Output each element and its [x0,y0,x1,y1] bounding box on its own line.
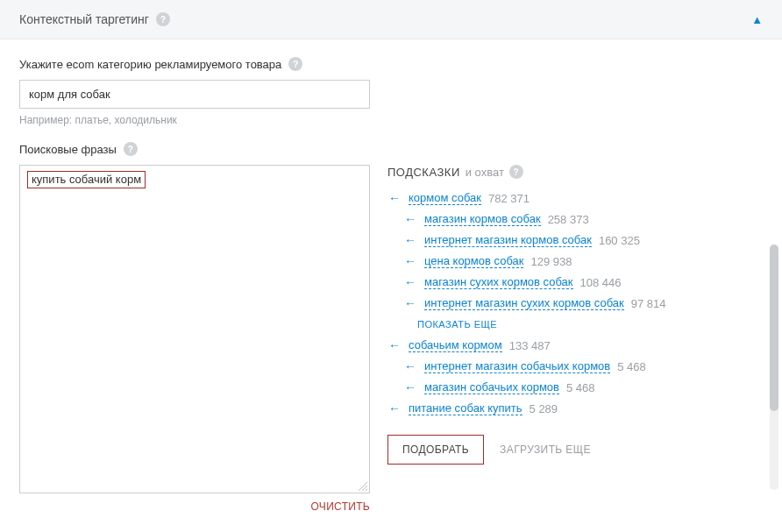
add-phrase-icon[interactable]: ← [403,275,417,289]
panel-header: Контекстный таргетинг ? ▲ [0,0,782,39]
hint-link[interactable]: кормом собак [409,191,481,205]
phrase-highlight: купить собачий корм [27,171,146,188]
hint-count: 5 468 [617,360,646,373]
hint-row: ← питание собак купить 5 289 [387,398,763,419]
add-phrase-icon[interactable]: ← [403,254,417,268]
hints-list: ← кормом собак 782 371 ← магазин кормов … [387,188,763,419]
category-hint: Например: платье, холодильник [19,114,763,126]
add-phrase-icon[interactable]: ← [403,212,417,226]
category-input[interactable] [19,80,370,109]
phrases-section: Поисковые фразы ? купить собачий корм ОЧ… [19,142,763,513]
content-area: Укажите ecom категорию рекламируемого то… [0,39,782,530]
hint-link[interactable]: магазин кормов собак [424,212,541,226]
add-phrase-icon[interactable]: ← [387,338,402,352]
hint-count: 5 468 [566,381,595,394]
hints-bottom-row: ПОДОБРАТЬ ЗАГРУЗИТЬ ЕЩЕ [387,435,763,465]
right-column: ПОДСКАЗКИ и охват ? ← кормом собак 782 3… [387,165,763,513]
hint-count: 258 373 [548,213,589,226]
two-column-layout: купить собачий корм ОЧИСТИТЬ ПОДСКАЗКИ и… [19,165,763,513]
add-phrase-icon[interactable]: ← [387,401,402,415]
hint-link[interactable]: интернет магазин сухих кормов собак [424,296,624,310]
add-phrase-icon[interactable]: ← [403,233,417,247]
load-more-button[interactable]: ЗАГРУЗИТЬ ЕЩЕ [500,443,591,456]
category-label-row: Укажите ecom категорию рекламируемого то… [19,57,763,71]
help-icon[interactable]: ? [124,142,138,156]
hint-row: ← кормом собак 782 371 [387,188,763,209]
help-icon[interactable]: ? [288,57,302,71]
hint-count: 129 938 [530,255,572,268]
hints-subtitle: и охват [466,166,504,179]
hint-link[interactable]: питание собак купить [409,401,523,415]
hint-link[interactable]: магазин собачьих кормов [424,380,559,394]
hint-row: ← интернет магазин сухих кормов собак 97… [387,293,763,314]
panel-title-row: Контекстный таргетинг ? [19,12,170,26]
clear-button[interactable]: ОЧИСТИТЬ [19,500,370,513]
hint-row: ← цена кормов собак 129 938 [387,251,763,272]
hint-row: ← магазин кормов собак 258 373 [387,209,763,230]
add-phrase-icon[interactable]: ← [387,191,402,205]
hint-count: 133 487 [509,339,551,352]
hint-count: 160 325 [599,234,640,247]
hint-count: 782 371 [488,192,530,205]
help-icon[interactable]: ? [509,165,523,179]
help-icon[interactable]: ? [156,12,170,26]
hint-row: ← магазин собачьих кормов 5 468 [387,377,763,398]
resize-handle-icon[interactable] [358,481,368,492]
collapse-icon[interactable]: ▲ [751,13,763,26]
add-phrase-icon[interactable]: ← [403,296,417,310]
hint-count: 5 289 [530,402,558,415]
hint-count: 108 446 [580,276,622,289]
phrases-label-row: Поисковые фразы ? [19,142,763,156]
phrases-label: Поисковые фразы [19,143,117,156]
hints-title-row: ПОДСКАЗКИ и охват ? [387,165,763,179]
hint-row: ← интернет магазин кормов собак 160 325 [387,230,763,251]
phrases-textarea-wrap: купить собачий корм [19,165,370,493]
hint-row: ← интернет магазин собачьих кормов 5 468 [387,356,763,377]
hint-link[interactable]: интернет магазин собачьих кормов [424,359,610,373]
show-more-link[interactable]: ПОКАЗАТЬ ЕЩЕ [387,314,763,335]
category-label: Укажите ecom категорию рекламируемого то… [19,58,281,71]
hint-link[interactable]: интернет магазин кормов собак [424,233,592,247]
hint-link[interactable]: цена кормов собак [424,254,523,268]
hints-title: ПОДСКАЗКИ [387,166,460,179]
hint-link[interactable]: магазин сухих кормов собак [424,275,573,289]
hint-link[interactable]: собачьим кормом [409,338,502,352]
panel-title: Контекстный таргетинг [19,12,149,26]
scrollbar-track[interactable] [770,245,778,490]
hint-row: ← собачьим кормом 133 487 [387,335,763,356]
pick-button[interactable]: ПОДОБРАТЬ [387,435,484,465]
left-column: купить собачий корм ОЧИСТИТЬ [19,165,370,513]
scrollbar-thumb[interactable] [770,245,778,411]
hint-row: ← магазин сухих кормов собак 108 446 [387,272,763,293]
add-phrase-icon[interactable]: ← [403,380,417,394]
add-phrase-icon[interactable]: ← [403,359,417,373]
phrases-textarea[interactable]: купить собачий корм [19,165,370,493]
hint-count: 97 814 [631,297,666,310]
